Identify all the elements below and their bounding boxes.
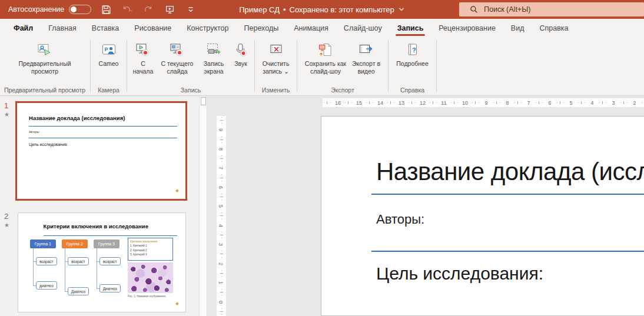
criteria-item: 1. Критерий 1 — [130, 244, 171, 248]
audio-button[interactable]: Звук — [230, 39, 252, 69]
org-child-box: Диагноз — [99, 284, 121, 292]
group-record-label: Запись — [181, 85, 201, 95]
screen-recording-button[interactable]: Запись экрана — [198, 39, 230, 76]
quick-access-toolbar: Автосохранение — [0, 3, 197, 16]
svg-text:P: P — [104, 46, 108, 52]
ruler-number: 1 — [217, 281, 226, 284]
tab-file[interactable]: Файл — [6, 19, 41, 37]
group-edit-label: Изменить — [262, 85, 290, 95]
ruler-number: 5 — [217, 205, 226, 208]
slide-divider-line — [371, 251, 644, 252]
org-group-1-box: Группа 1 — [30, 240, 56, 248]
undo-icon[interactable] — [121, 3, 134, 16]
editing-canvas-area: 1615141312111098765432 9876543210 Назван… — [207, 97, 644, 316]
record-from-start-label: С начала — [131, 60, 155, 75]
tab-draw[interactable]: Рисование — [127, 19, 179, 37]
ruler-number: 6 — [217, 186, 226, 189]
preview-icon — [36, 42, 53, 58]
ruler-number: 5 — [565, 100, 577, 106]
tab-insert[interactable]: Вставка — [84, 19, 127, 37]
slide-1-thumbnail[interactable]: Название доклада (исследования) Авторы: … — [15, 101, 187, 201]
slide-title-text[interactable]: Название доклада (исследования) — [376, 158, 644, 186]
scrollbar-thumb[interactable] — [201, 97, 206, 105]
thumb1-corner-decoration-icon: ◆ — [175, 188, 178, 193]
tab-transitions[interactable]: Переходы — [237, 19, 287, 37]
tab-help[interactable]: Справка — [532, 19, 576, 37]
criteria-title: Критерии исключения: — [130, 240, 171, 244]
record-from-start-button[interactable]: С начала — [130, 39, 157, 76]
ruler-number: 2 — [217, 262, 226, 265]
clear-recording-button[interactable]: Очистить запись ⌄ — [257, 39, 295, 76]
toggle-knob — [71, 6, 77, 12]
autosave-control[interactable]: Автосохранение — [8, 5, 91, 14]
group-divider — [127, 40, 127, 92]
group-divider — [388, 40, 389, 92]
slide-1-animation-star-icon: ★ — [4, 111, 9, 118]
start-slideshow-icon[interactable] — [163, 3, 176, 16]
document-name: Пример СД — [239, 5, 280, 14]
ruler-number: 3 — [608, 100, 619, 106]
save-icon[interactable] — [99, 3, 112, 16]
help-more-icon: ? — [404, 42, 421, 58]
customize-qat-icon[interactable] — [184, 3, 197, 16]
search-input[interactable]: Поиск (Alt+Ы) — [459, 2, 644, 16]
export-video-button[interactable]: Экспорт в видео — [349, 39, 383, 76]
slide-thumbnails-panel: 1 ★ Название доклада (исследования) Авто… — [0, 97, 199, 316]
thumbnails-scrollbar[interactable] — [199, 97, 207, 316]
thumb1-divider-line — [29, 126, 177, 127]
slide-authors-label[interactable]: Авторы: — [376, 212, 424, 227]
more-info-button[interactable]: ? Подробнее — [392, 39, 433, 69]
org-child-box: возраст — [68, 257, 89, 265]
ruler-number: 11 — [438, 100, 450, 106]
org-child-box: возраст — [99, 257, 121, 265]
preview-button[interactable]: Предварительный просмотр — [5, 39, 85, 76]
title-chevron-down-icon — [398, 6, 405, 13]
tab-view[interactable]: Вид — [503, 19, 532, 37]
save-as-slideshow-button[interactable]: Сохранить как слайд-шоу — [302, 39, 349, 76]
redo-icon[interactable] — [142, 3, 155, 16]
save-as-slideshow-label: Сохранить как слайд-шоу — [304, 60, 347, 75]
cameo-button[interactable]: P Cameo — [93, 39, 125, 69]
slide-1-number: 1 — [4, 101, 8, 110]
org-child-box: Диагноз — [68, 287, 89, 295]
autosave-toggle[interactable] — [69, 5, 91, 14]
ruler-number: 12 — [417, 100, 429, 106]
group-preview-label: Предварительный просмотр — [4, 85, 85, 95]
group-divider — [436, 40, 437, 92]
save-as-slideshow-icon — [317, 42, 334, 58]
tab-animations[interactable]: Анимация — [286, 19, 336, 37]
svg-text:?: ? — [412, 46, 416, 54]
org-column-3: Группа 3 возраст Диагноз — [94, 240, 121, 304]
group-export-label: Экспорт — [331, 85, 354, 95]
slide-editing-surface[interactable]: Название доклада (исследования) Авторы: … — [321, 116, 644, 316]
tab-design[interactable]: Конструктор — [179, 19, 236, 37]
thumb2-divider-line — [44, 235, 177, 236]
slide-goal-label[interactable]: Цель исследования: — [376, 264, 543, 284]
ribbon-tabs: Файл Главная Вставка Рисование Конструкт… — [0, 19, 644, 37]
org-group-2-box: Группа 2 — [62, 240, 88, 248]
tab-record[interactable]: Запись — [390, 19, 431, 37]
group-camera: P Cameo Камера — [91, 37, 126, 95]
record-current-slide-button[interactable]: С текущего слайда — [157, 39, 198, 76]
slide-divider-line — [371, 194, 644, 195]
tab-review[interactable]: Рецензирование — [431, 19, 503, 37]
ruler-number: 4 — [586, 100, 598, 106]
ruler-number: 14 — [374, 100, 386, 106]
vertical-ruler[interactable]: 9876543210 — [217, 116, 226, 316]
record-current-slide-label: С текущего слайда — [158, 60, 196, 75]
workspace: 1 ★ Название доклада (исследования) Авто… — [0, 97, 644, 316]
horizontal-ruler[interactable]: 1615141312111098765432 — [323, 98, 644, 107]
export-video-label: Экспорт в видео — [351, 60, 381, 75]
screen-recording-icon — [205, 42, 222, 58]
tab-slideshow[interactable]: Слайд-шоу — [336, 19, 390, 37]
slide-2-thumbnail[interactable]: Критерии включения в исследование Группа… — [18, 212, 186, 312]
group-export: Сохранить как слайд-шоу Экспорт в видео … — [298, 37, 387, 95]
tab-home[interactable]: Главная — [41, 19, 84, 37]
search-icon — [470, 5, 478, 14]
thumb2-corner-decoration-icon: ◆ — [175, 301, 178, 306]
histology-image — [128, 262, 173, 293]
org-connector — [97, 248, 97, 288]
org-column-1: Группа 1 возраст диагноз — [30, 240, 57, 304]
group-help: ? Подробнее Справка — [389, 37, 436, 95]
more-info-label: Подробнее — [396, 60, 428, 68]
